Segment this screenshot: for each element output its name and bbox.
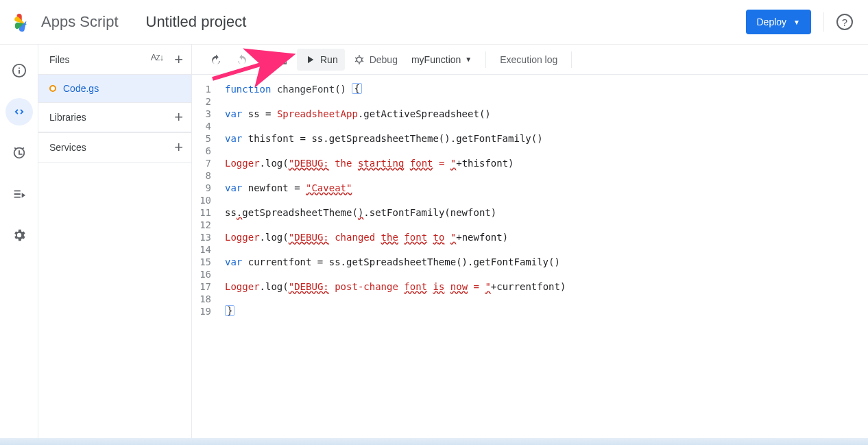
left-rail bbox=[0, 45, 38, 445]
file-name: Code.gs bbox=[63, 83, 99, 94]
code-line[interactable] bbox=[225, 95, 868, 108]
deploy-button-label: Deploy bbox=[757, 16, 787, 27]
save-button[interactable] bbox=[271, 49, 294, 71]
executions-icon bbox=[12, 187, 27, 202]
libraries-header: Libraries + bbox=[38, 102, 191, 132]
rail-editor[interactable] bbox=[5, 98, 33, 125]
redo-button[interactable] bbox=[230, 49, 254, 71]
add-library-button[interactable]: + bbox=[174, 110, 183, 125]
product-logo[interactable]: Apps Script bbox=[11, 10, 119, 34]
code-line[interactable]: var newfont = "Caveat" bbox=[225, 182, 868, 194]
services-header: Services + bbox=[38, 132, 191, 163]
rail-executions[interactable] bbox=[5, 180, 33, 208]
services-label: Services bbox=[49, 142, 174, 153]
code-line[interactable] bbox=[225, 194, 868, 206]
svg-point-2 bbox=[357, 57, 362, 62]
editor-column: Run Debug myFunction ▼ Execution log 123… bbox=[192, 45, 868, 445]
code-line[interactable]: function changeFont() { bbox=[225, 83, 868, 95]
save-icon bbox=[276, 53, 289, 66]
code-icon bbox=[12, 104, 27, 119]
files-header: Files AZ↓ + bbox=[38, 45, 191, 75]
main-area: Files AZ↓ + Code.gs Libraries + Services… bbox=[0, 44, 868, 445]
code-line[interactable] bbox=[225, 219, 868, 231]
code-line[interactable]: ss.getSpreadsheetTheme().setFontFamily(n… bbox=[225, 206, 868, 219]
help-button[interactable]: ? bbox=[836, 14, 853, 30]
toolbar-separator bbox=[262, 51, 263, 68]
code-line[interactable]: var ss = SpreadsheetApp.getActiveSpreads… bbox=[225, 108, 868, 120]
project-title[interactable]: Untitled project bbox=[146, 13, 247, 31]
line-gutter: 12345678910111213141516171819 bbox=[192, 75, 218, 445]
code-line[interactable] bbox=[225, 268, 868, 280]
sort-az-icon[interactable]: AZ↓ bbox=[151, 52, 163, 67]
code-line[interactable] bbox=[225, 145, 868, 157]
apps-script-logo-icon bbox=[11, 10, 36, 34]
os-taskbar bbox=[0, 438, 868, 445]
code-line[interactable] bbox=[225, 293, 868, 305]
code-editor[interactable]: 12345678910111213141516171819 function c… bbox=[192, 75, 868, 445]
rail-overview[interactable] bbox=[5, 57, 33, 84]
deploy-button[interactable]: Deploy ▼ bbox=[746, 10, 812, 34]
code-line[interactable] bbox=[225, 120, 868, 132]
code-line[interactable]: var thisfont = ss.getSpreadsheetTheme().… bbox=[225, 132, 868, 145]
play-icon bbox=[304, 53, 316, 66]
add-service-button[interactable]: + bbox=[174, 140, 183, 155]
unsaved-indicator-icon bbox=[49, 85, 56, 92]
rail-settings[interactable] bbox=[5, 221, 33, 249]
header-separator bbox=[823, 12, 824, 32]
app-header: Apps Script Untitled project Deploy ▼ ? bbox=[0, 0, 868, 44]
debug-button[interactable]: Debug bbox=[348, 49, 403, 71]
editor-toolbar: Run Debug myFunction ▼ Execution log bbox=[192, 45, 868, 75]
files-panel: Files AZ↓ + Code.gs Libraries + Services… bbox=[38, 45, 192, 445]
rail-triggers[interactable] bbox=[5, 139, 33, 167]
svg-rect-1 bbox=[280, 60, 285, 63]
toolbar-separator bbox=[571, 51, 572, 68]
debug-icon bbox=[353, 53, 365, 66]
redo-icon bbox=[236, 53, 248, 66]
chevron-down-icon: ▼ bbox=[465, 56, 472, 63]
product-name: Apps Script bbox=[41, 13, 119, 31]
undo-button[interactable] bbox=[204, 49, 228, 71]
code-line[interactable]: } bbox=[225, 305, 868, 317]
code-line[interactable] bbox=[225, 169, 868, 182]
files-label: Files bbox=[49, 54, 151, 65]
undo-icon bbox=[210, 53, 222, 66]
svg-rect-0 bbox=[280, 56, 284, 58]
execution-log-button[interactable]: Execution log bbox=[494, 49, 563, 71]
info-icon bbox=[12, 63, 27, 78]
code-line[interactable] bbox=[225, 243, 868, 256]
file-item-code-gs[interactable]: Code.gs bbox=[38, 75, 191, 102]
chevron-down-icon: ▼ bbox=[793, 19, 800, 26]
code-body[interactable]: function changeFont() {var ss = Spreadsh… bbox=[218, 75, 868, 445]
code-line[interactable]: Logger.log("DEBUG: changed the font to "… bbox=[225, 231, 868, 243]
code-line[interactable]: Logger.log("DEBUG: post-change font is n… bbox=[225, 280, 868, 293]
code-line[interactable]: Logger.log("DEBUG: the starting font = "… bbox=[225, 157, 868, 169]
run-button[interactable]: Run bbox=[297, 49, 345, 71]
gear-icon bbox=[12, 228, 27, 243]
debug-label: Debug bbox=[370, 54, 398, 65]
libraries-label: Libraries bbox=[49, 112, 174, 123]
add-file-button[interactable]: + bbox=[174, 52, 183, 67]
function-name: myFunction bbox=[411, 54, 461, 65]
function-select[interactable]: myFunction ▼ bbox=[406, 49, 477, 71]
clock-icon bbox=[12, 145, 27, 160]
code-line[interactable]: var currentfont = ss.getSpreadsheetTheme… bbox=[225, 256, 868, 268]
toolbar-separator bbox=[485, 51, 486, 68]
run-label: Run bbox=[320, 54, 338, 65]
execution-log-label: Execution log bbox=[500, 54, 557, 65]
